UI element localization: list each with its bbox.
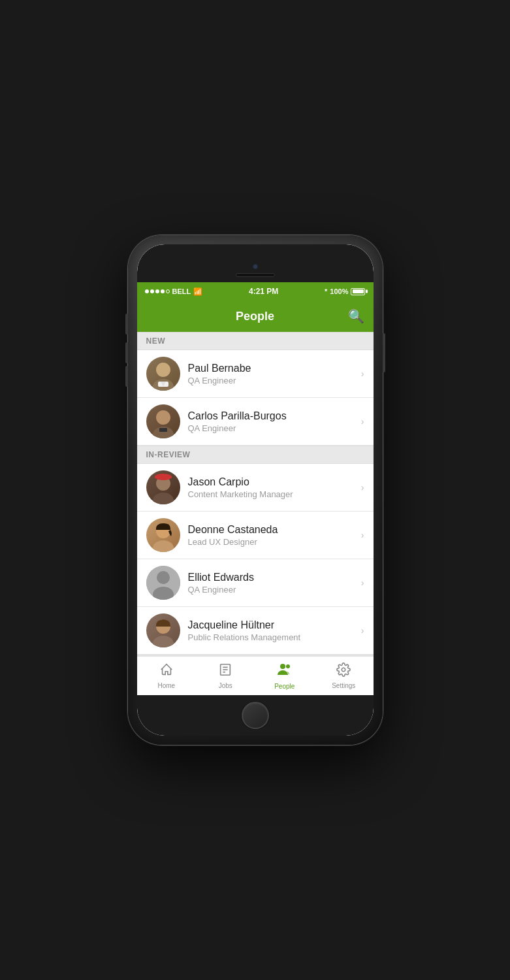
person-role: Content Marketing Manager	[188, 489, 356, 499]
chevron-icon: ›	[356, 368, 364, 379]
person-info: Jason Carpio Content Marketing Manager	[180, 476, 356, 499]
settings-icon	[336, 662, 351, 681]
avatar	[146, 566, 180, 600]
svg-point-15	[157, 571, 170, 584]
person-name: Jacqueline Hültner	[188, 619, 356, 631]
nav-people[interactable]: People	[255, 657, 315, 695]
chevron-icon: ›	[356, 416, 364, 427]
carrier-label: BELL	[172, 287, 191, 295]
nav-settings[interactable]: Settings	[314, 657, 374, 695]
battery-percent: 100%	[330, 287, 348, 295]
person-role: QA Engineer	[188, 585, 356, 595]
svg-point-9	[153, 493, 174, 504]
chevron-icon: ›	[356, 530, 364, 540]
nav-team-label: Jobs	[219, 682, 232, 689]
person-info: Elliot Edwards QA Engineer	[180, 571, 356, 595]
bottom-bezel	[137, 695, 374, 736]
svg-point-13	[153, 540, 174, 552]
person-role: Lead UX Designer	[188, 537, 356, 547]
svg-rect-7	[159, 428, 167, 432]
status-bar: BELL 📶 4:21 PM * 100%	[137, 282, 374, 301]
svg-point-28	[280, 664, 285, 669]
avatar	[146, 470, 180, 504]
person-role: QA Engineer	[188, 376, 356, 385]
signal-dot-4	[161, 289, 165, 293]
chevron-icon: ›	[356, 482, 364, 493]
battery-fill	[353, 289, 364, 293]
person-name: Elliot Edwards	[188, 571, 356, 583]
chevron-icon: ›	[356, 578, 364, 588]
avatar	[146, 613, 180, 647]
signal-dot-3	[155, 289, 159, 293]
speaker	[236, 273, 275, 277]
status-right: * 100%	[325, 287, 365, 295]
battery-bar	[351, 288, 365, 295]
svg-point-5	[156, 410, 170, 425]
home-button[interactable]	[242, 702, 269, 729]
phone-frame: BELL 📶 4:21 PM * 100% People 🔍	[128, 235, 383, 745]
bluetooth-icon: *	[325, 287, 327, 295]
list-item[interactable]: Elliot Edwards QA Engineer ›	[137, 559, 374, 607]
app-header: People 🔍	[137, 301, 374, 332]
person-name: Carlos Parilla-Burgos	[188, 410, 356, 422]
person-info: Carlos Parilla-Burgos QA Engineer	[180, 410, 356, 433]
status-time: 4:21 PM	[249, 287, 278, 296]
battery-indicator	[351, 288, 365, 295]
svg-point-30	[342, 668, 346, 672]
signal-dot-5	[166, 289, 170, 293]
person-role: Public Relations Management	[188, 632, 356, 642]
nav-settings-label: Settings	[332, 682, 355, 689]
person-info: Jacqueline Hültner Public Relations Mana…	[180, 619, 356, 642]
bottom-nav: Home Jobs	[137, 656, 374, 695]
person-role: QA Engineer	[188, 423, 356, 433]
nav-home[interactable]: Home	[137, 657, 197, 695]
list-item[interactable]: Jason Carpio Content Marketing Manager ›	[137, 464, 374, 512]
search-icon[interactable]: 🔍	[348, 308, 364, 324]
screen: BELL 📶 4:21 PM * 100% People 🔍	[137, 282, 374, 695]
list-item[interactable]: Paul Bernabe QA Engineer ›	[137, 350, 374, 398]
person-name: Paul Bernabe	[188, 362, 356, 374]
avatar	[146, 404, 180, 438]
list-item[interactable]: Carlos Parilla-Burgos QA Engineer ›	[137, 398, 374, 446]
nav-people-label: People	[274, 683, 295, 690]
svg-point-18	[153, 636, 174, 647]
list-item[interactable]: Deonne Castaneda Lead UX Designer ›	[137, 512, 374, 559]
wifi-icon: 📶	[193, 287, 202, 296]
svg-point-29	[286, 664, 290, 668]
avatar	[146, 518, 180, 552]
nav-home-label: Home	[157, 682, 175, 689]
camera	[253, 264, 258, 269]
team-icon	[218, 662, 232, 681]
content-area: NEW Paul Bernabe	[137, 332, 374, 656]
avatar	[146, 357, 180, 391]
signal-dots	[145, 289, 170, 293]
signal-dot-2	[150, 289, 154, 293]
person-name: Jason Carpio	[188, 476, 356, 488]
chevron-icon: ›	[356, 625, 364, 636]
person-info: Paul Bernabe QA Engineer	[180, 362, 356, 385]
phone-screen: BELL 📶 4:21 PM * 100% People 🔍	[137, 244, 374, 736]
person-name: Deonne Castaneda	[188, 523, 356, 536]
section-header-new: NEW	[137, 332, 374, 350]
people-icon	[277, 662, 293, 681]
svg-rect-11	[155, 476, 172, 478]
signal-dot-1	[145, 289, 149, 293]
person-info: Deonne Castaneda Lead UX Designer	[180, 523, 356, 547]
top-bezel	[137, 244, 374, 282]
nav-team[interactable]: Jobs	[196, 657, 255, 695]
list-item[interactable]: Jacqueline Hültner Public Relations Mana…	[137, 607, 374, 655]
svg-point-0	[156, 363, 170, 377]
header-title: People	[236, 310, 274, 323]
home-icon	[159, 662, 174, 681]
section-header-in-review: IN-REVIEW	[137, 446, 374, 464]
status-left: BELL 📶	[145, 287, 203, 296]
